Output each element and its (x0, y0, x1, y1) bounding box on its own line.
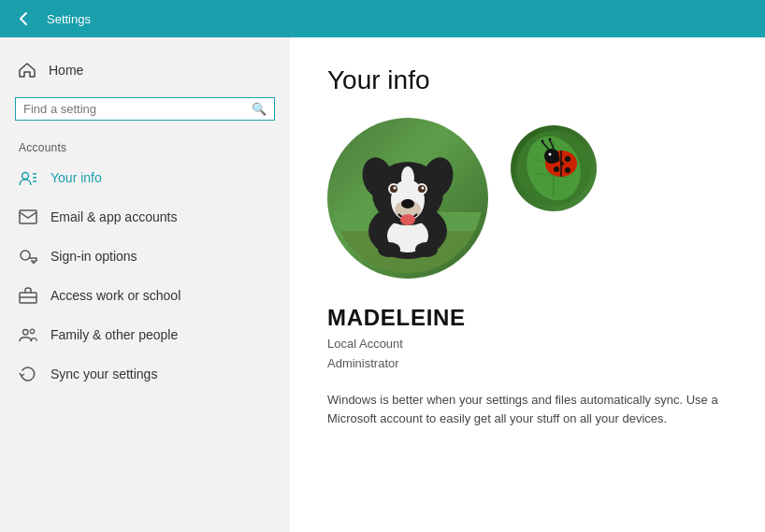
title-bar: Settings (0, 0, 765, 37)
search-box[interactable]: 🔍 (15, 97, 275, 121)
main-layout: Home 🔍 Accounts Your info (0, 37, 765, 532)
person-card-icon (19, 168, 37, 187)
svg-point-41 (565, 156, 570, 162)
window-title: Settings (47, 12, 91, 26)
avatar-secondary[interactable] (511, 125, 597, 211)
svg-point-47 (541, 140, 544, 143)
account-role: Administrator (327, 354, 728, 374)
sidebar-item-home[interactable]: Home (0, 52, 290, 88)
svg-point-39 (549, 153, 552, 156)
account-type: Local Account (327, 335, 728, 354)
svg-point-48 (549, 138, 552, 141)
search-box-wrapper: 🔍 (0, 88, 290, 136)
svg-point-30 (415, 242, 438, 257)
svg-point-9 (30, 329, 35, 334)
sidebar-item-email-app-accounts[interactable]: Email & app accounts (0, 197, 290, 237)
envelope-icon (19, 208, 37, 226)
sidebar-item-your-info[interactable]: Your info (0, 158, 290, 197)
user-name: MADELEINE (327, 305, 728, 331)
svg-point-25 (394, 187, 397, 190)
svg-point-5 (21, 251, 30, 260)
sidebar-item-email-label: Email & app accounts (51, 209, 177, 224)
profile-section (327, 118, 728, 279)
info-description: Windows is better when your settings and… (327, 391, 728, 430)
search-input[interactable] (23, 102, 252, 116)
svg-point-28 (401, 166, 414, 189)
sidebar-item-sync-label: Sync your settings (51, 367, 157, 381)
accounts-section-label: Accounts (0, 136, 290, 158)
briefcase-icon (19, 286, 37, 305)
sidebar-item-your-info-label: Your info (51, 170, 102, 185)
home-label: Home (49, 63, 83, 78)
page-title: Your info (327, 65, 728, 95)
people-icon (19, 325, 37, 344)
sidebar-item-work-school-label: Access work or school (51, 288, 180, 303)
sidebar-item-sign-in-options[interactable]: Sign-in options (0, 237, 290, 276)
svg-point-29 (378, 242, 400, 257)
svg-point-8 (23, 330, 28, 335)
sidebar: Home 🔍 Accounts Your info (0, 37, 290, 532)
sidebar-item-family-label: Family & other people (51, 327, 178, 342)
sidebar-item-family-other-people[interactable]: Family & other people (0, 315, 290, 354)
search-icon[interactable]: 🔍 (252, 102, 267, 116)
home-icon (19, 62, 36, 79)
sidebar-item-sync-settings[interactable]: Sync your settings (0, 354, 290, 394)
svg-point-40 (554, 156, 560, 163)
user-info-block: MADELEINE Local Account Administrator (327, 305, 728, 374)
svg-point-27 (400, 214, 415, 225)
svg-rect-4 (20, 210, 36, 223)
sidebar-item-access-work-school[interactable]: Access work or school (0, 276, 290, 315)
svg-point-44 (560, 162, 564, 165)
key-icon (19, 247, 37, 266)
avatar-main[interactable] (327, 118, 488, 279)
svg-point-26 (422, 187, 425, 190)
svg-point-43 (565, 167, 570, 173)
svg-point-42 (554, 166, 559, 172)
sidebar-item-signin-label: Sign-in options (51, 249, 137, 264)
svg-point-0 (22, 173, 29, 180)
content-area: Your info (290, 37, 765, 532)
svg-point-20 (401, 199, 414, 208)
sync-icon (19, 365, 37, 383)
back-button[interactable] (11, 6, 37, 32)
